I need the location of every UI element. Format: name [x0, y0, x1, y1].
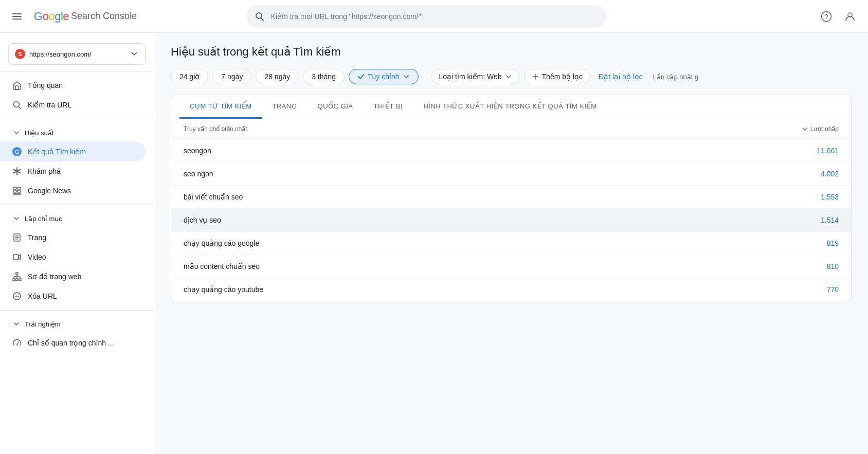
sidebar-item-kham-pha[interactable]: Khám phá: [0, 161, 146, 181]
sort-down-icon: [801, 125, 808, 133]
data-card: CỤM TỪ TÌM KIẾM TRANG QUỐC GIA THIẾT BỊ …: [171, 95, 852, 301]
sidebar-item-tong-quan[interactable]: Tổng quan: [0, 76, 146, 95]
table-row[interactable]: seongon 11.661: [171, 139, 851, 162]
sidebar-label-trang: Trang: [28, 233, 46, 242]
query-text: mẫu content chuẩn seo: [184, 262, 827, 270]
svg-rect-25: [13, 279, 15, 281]
sidebar-label-xoa-url: Xóa URL: [28, 292, 57, 300]
site-selector[interactable]: S https://seongon.com/: [8, 43, 146, 65]
search-type-chevron-icon: [505, 73, 512, 80]
svg-rect-24: [16, 273, 18, 275]
clicks-value: 810: [827, 262, 839, 270]
hamburger-button[interactable]: [8, 8, 26, 25]
col-query-header: Truy vấn phổ biến nhất: [184, 125, 801, 133]
tab-trang[interactable]: TRANG: [262, 95, 308, 119]
search-type-filter-button[interactable]: Loại tìm kiếm: Web: [431, 69, 520, 84]
logo[interactable]: Google Search Console: [34, 10, 137, 23]
site-url: https://seongon.com/: [29, 50, 125, 58]
filter-3m-button[interactable]: 3 tháng: [303, 69, 345, 84]
svg-rect-15: [17, 187, 21, 189]
search-input[interactable]: [271, 12, 598, 21]
sidebar-item-chi-so[interactable]: Chỉ số quan trọng chính ...: [0, 333, 146, 353]
svg-rect-16: [13, 190, 16, 192]
asterisk-icon: [12, 167, 22, 176]
search-input-wrap: [246, 5, 606, 28]
sidebar-item-ket-qua-tim-kiem[interactable]: G Kết quả Tìm kiếm: [0, 142, 146, 161]
sidebar-label-kiem-tra-url: Kiểm tra URL: [28, 101, 71, 109]
query-text: chạy quảng cáo youtube: [184, 285, 827, 294]
home-icon: [12, 81, 22, 90]
tab-hinh-thuc[interactable]: HÌNH THỨC XUẤT HIỆN TRONG KẾT QUẢ TÌM KI…: [413, 95, 607, 119]
sidebar-section-trai-nghiem[interactable]: Trải nghiệm: [0, 315, 154, 333]
svg-rect-27: [19, 279, 21, 281]
sidebar-section-hieu-suat[interactable]: Hiệu suất: [0, 123, 154, 142]
account-button[interactable]: [840, 7, 860, 26]
sidebar-label-chi-so: Chỉ số quan trọng chính ...: [28, 339, 114, 347]
sidebar-item-video[interactable]: Video: [0, 247, 146, 267]
chevron-down-trai-icon: [12, 320, 21, 328]
filter-custom-button[interactable]: Tùy chỉnh: [349, 69, 419, 84]
top-bar-actions: ?: [817, 7, 860, 26]
tab-quoc-gia[interactable]: QUỐC GIA: [308, 95, 364, 119]
sidebar-item-kiem-tra-url[interactable]: Kiểm tra URL: [0, 95, 146, 115]
sidebar-item-trang[interactable]: Trang: [0, 228, 146, 247]
table-row[interactable]: chạy quảng cáo google 819: [171, 232, 851, 255]
query-text: seongon: [184, 147, 817, 155]
clicks-value: 11.661: [817, 147, 839, 155]
page-icon: [12, 233, 22, 242]
url-check-icon: [12, 100, 22, 110]
clicks-value: 4.002: [821, 170, 839, 178]
page-title: Hiệu suất trong kết quả Tìm kiếm: [171, 45, 852, 59]
sidebar-label-google-news: Google News: [28, 187, 71, 195]
sidebar-item-xoa-url[interactable]: Xóa URL: [0, 286, 146, 306]
svg-rect-1: [12, 16, 22, 17]
app-container: Google Search Console ?: [0, 0, 868, 454]
svg-rect-23: [13, 255, 19, 260]
main-content: Hiệu suất trong kết quả Tìm kiếm 24 giờ …: [154, 33, 868, 454]
custom-filter-label: Tùy chỉnh: [368, 72, 400, 81]
table-row[interactable]: mẫu content chuẩn seo 810: [171, 255, 851, 278]
search-type-label: Loại tìm kiếm: Web: [439, 72, 502, 81]
top-bar: Google Search Console ?: [0, 0, 868, 33]
google-g-icon: G: [12, 147, 22, 156]
sitemap-icon: [12, 272, 22, 281]
add-filter-button[interactable]: Thêm bộ lọc: [524, 69, 590, 84]
svg-line-4: [261, 18, 263, 21]
video-icon: [12, 252, 22, 262]
sidebar-divider-2: [0, 119, 154, 119]
sidebar-item-google-news[interactable]: Google News: [0, 181, 146, 201]
reset-filter-button[interactable]: Đặt lại bộ lọc: [594, 69, 647, 84]
check-icon: [357, 73, 365, 80]
table-row[interactable]: seo ngon 4.002: [171, 162, 851, 186]
tab-thiet-bi[interactable]: THIẾT BỊ: [363, 95, 413, 119]
table-row[interactable]: dịch vụ seo 1.514: [171, 209, 851, 232]
filter-bar: 24 giờ 7 ngày 28 ngày 3 tháng Tùy chỉnh: [171, 69, 852, 84]
sidebar-divider: [0, 71, 154, 71]
plus-icon: [532, 73, 539, 80]
site-icon: S: [15, 49, 25, 59]
sidebar-divider-4: [0, 310, 154, 311]
table-row[interactable]: chạy quảng cáo youtube 770: [171, 278, 851, 301]
filter-24h-button[interactable]: 24 giờ: [171, 69, 208, 84]
search-bar: [246, 5, 606, 28]
svg-point-36: [16, 344, 17, 346]
tab-cum-tu[interactable]: CỤM TỪ TÌM KIẾM: [179, 95, 262, 119]
table-row[interactable]: bài viết chuẩn seo 1.553: [171, 186, 851, 209]
sidebar-section-lap-chi-muc[interactable]: Lập chỉ mục: [0, 209, 154, 228]
last-update-text: Lần cập nhật g: [653, 73, 698, 81]
query-text: dịch vụ seo: [184, 216, 821, 224]
help-button[interactable]: ?: [817, 7, 836, 26]
sidebar-item-so-do-trang-web[interactable]: Sơ đồ trang web: [0, 267, 146, 286]
sidebar-label-tong-quan: Tổng quan: [28, 81, 63, 89]
filter-28d-button[interactable]: 28 ngày: [256, 69, 299, 84]
col-clicks-header[interactable]: Lượt nhấp: [801, 125, 839, 133]
tabs-row: CỤM TỪ TÌM KIẾM TRANG QUỐC GIA THIẾT BỊ …: [171, 95, 851, 119]
sidebar-label-video: Video: [28, 253, 46, 261]
filter-7d-button[interactable]: 7 ngày: [212, 69, 251, 84]
sidebar-label-so-do: Sơ đồ trang web: [28, 273, 81, 281]
clicks-value: 819: [827, 239, 839, 247]
google-logo: Google: [34, 10, 69, 23]
table-body: seongon 11.661 seo ngon 4.002 bài viết c…: [171, 139, 851, 301]
section-label-hieu-suat: Hiệu suất: [25, 129, 53, 137]
svg-rect-26: [16, 279, 18, 281]
